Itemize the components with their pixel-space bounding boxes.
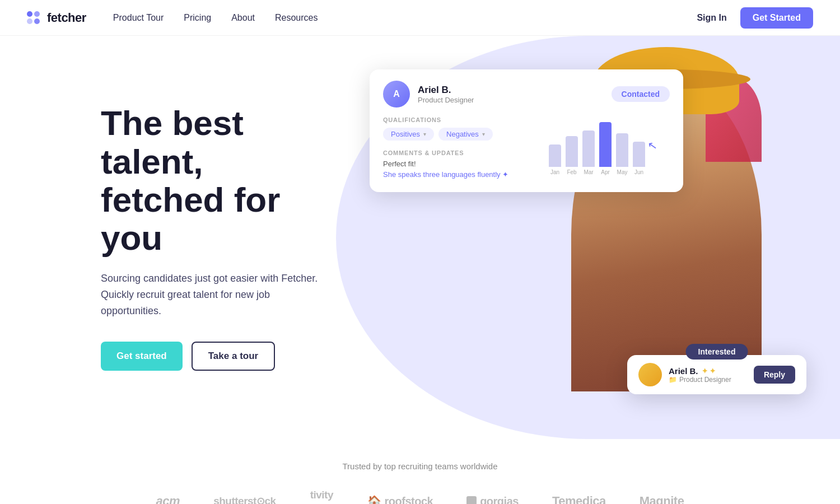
- logo-magnite: Magnite: [640, 494, 684, 504]
- hero-heading: The best talent, fetched for you: [101, 104, 320, 257]
- logo-text: fetcher: [47, 11, 86, 25]
- hero-left: The best talent, fetched for you Sourcin…: [0, 59, 347, 415]
- roofstock-icon: 🏠: [367, 494, 381, 504]
- getstarted-button[interactable]: Get started: [101, 342, 183, 371]
- logo-roofstock: 🏠 roofstock: [367, 494, 433, 504]
- trusted-label: Trusted by top recruiting teams worldwid…: [0, 461, 840, 471]
- sparkle-icon: ✦ ✦: [702, 367, 716, 375]
- mini-role: 📁 Product Designer: [669, 376, 731, 384]
- getstarted-nav-button[interactable]: Get Started: [740, 7, 813, 29]
- interested-badge: Interested: [686, 344, 748, 360]
- logo-temedica: Temedica: [552, 494, 606, 504]
- chart-labels: Jan Feb Mar Apr May Jun: [549, 169, 672, 175]
- reply-button[interactable]: Reply: [754, 366, 795, 384]
- logo-acm: acm: [156, 494, 180, 504]
- logo[interactable]: fetcher: [27, 11, 86, 25]
- candidate-header: A Ariel B. Product Designer Contacted: [383, 81, 670, 108]
- logo-gorgias: gorgias: [466, 495, 519, 505]
- candidate-name: Ariel B.: [418, 85, 474, 96]
- hero-section: The best talent, fetched for you Sourcin…: [0, 36, 840, 439]
- hero-illustration: A Ariel B. Product Designer Contacted QU…: [336, 36, 840, 439]
- mini-avatar: [638, 363, 662, 386]
- nav-about[interactable]: About: [231, 13, 255, 22]
- nav-pricing[interactable]: Pricing: [184, 13, 211, 22]
- hero-heading-line2: fetched for you: [101, 180, 280, 257]
- logo-shutterstock: shutterst⊙ck: [213, 495, 276, 504]
- trusted-section: Trusted by top recruiting teams worldwid…: [0, 439, 840, 504]
- logo-tivity: tivityHEALTH: [310, 489, 334, 504]
- hero-subtext: Sourcing candidates just got easier with…: [101, 270, 320, 319]
- demo-card-main: A Ariel B. Product Designer Contacted QU…: [370, 69, 683, 192]
- take-tour-button[interactable]: Take a tour: [192, 342, 275, 371]
- candidate-info: Ariel B. Product Designer: [418, 85, 474, 104]
- nav-product-tour[interactable]: Product Tour: [113, 13, 164, 22]
- gorgias-icon: [466, 496, 477, 504]
- signin-button[interactable]: Sign In: [697, 13, 726, 23]
- candidate-avatar: A: [383, 81, 410, 108]
- nav-links: Product Tour Pricing About Resources: [113, 13, 318, 23]
- status-badge: Contacted: [612, 86, 670, 102]
- candidate-title: Product Designer: [418, 96, 474, 104]
- mini-info: Ariel B. ✦ ✦ 📁 Product Designer: [669, 366, 731, 384]
- hero-heading-line1: The best talent,: [101, 104, 244, 180]
- nav-right: Sign In Get Started: [697, 7, 813, 29]
- activity-chart: ↖ Jan Feb Mar Apr May Jun: [549, 122, 672, 175]
- hero-buttons: Get started Take a tour: [101, 342, 320, 371]
- mini-name: Ariel B. ✦ ✦: [669, 366, 731, 376]
- negatives-tag[interactable]: Negatives ▾: [438, 128, 493, 141]
- logos-row: acm shutterst⊙ck tivityHEALTH 🏠 roofstoc…: [0, 489, 840, 504]
- nav-resources[interactable]: Resources: [275, 13, 318, 22]
- mini-candidate-card: Interested Ariel B. ✦ ✦ 📁 Product Design…: [627, 355, 806, 394]
- navbar: fetcher Product Tour Pricing About Resou…: [0, 0, 840, 36]
- positives-tag[interactable]: Positives ▾: [383, 128, 434, 141]
- folder-icon: 📁: [669, 376, 677, 384]
- logo-icon: [27, 11, 43, 24]
